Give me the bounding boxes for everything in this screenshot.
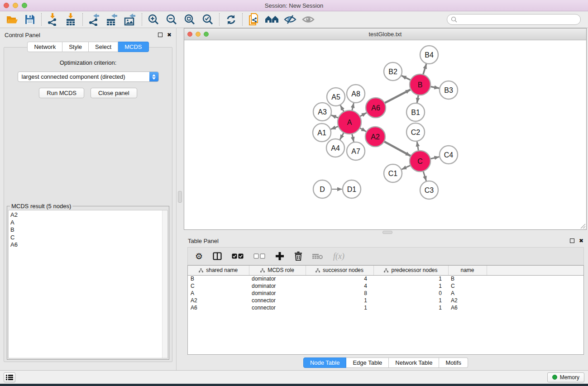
export-network-button[interactable]: [85, 12, 103, 27]
network-canvas[interactable]: AA1A2A3A4A5A6A7A8BB1B2B3B4CC1C2C3C4DD1: [184, 40, 586, 229]
table-cell[interactable]: B: [448, 275, 487, 282]
graph-edge-A-A4[interactable]: [340, 133, 344, 140]
tab-select[interactable]: Select: [89, 42, 118, 52]
optimization-criterion-select[interactable]: largest connected component (directed): [18, 71, 159, 82]
column-header-mcds-role[interactable]: MCDS role: [249, 266, 306, 275]
select-all-icon[interactable]: [232, 253, 244, 259]
run-mcds-button[interactable]: Run MCDS: [39, 88, 84, 98]
graph-node-D1[interactable]: D1: [343, 180, 361, 198]
open-session-button[interactable]: [3, 12, 21, 27]
graph-edge-C-C1[interactable]: [402, 165, 411, 169]
graph-node-A7[interactable]: A7: [347, 142, 365, 160]
table-cell[interactable]: connector: [249, 297, 306, 304]
graph-edge-B-B4[interactable]: [423, 64, 426, 75]
table-cell[interactable]: C: [188, 282, 249, 290]
table-cell[interactable]: B: [188, 275, 249, 282]
graph-node-C3[interactable]: C3: [420, 181, 438, 199]
search-input[interactable]: [459, 16, 577, 23]
table-cell[interactable]: A: [188, 290, 249, 297]
zoom-fit-button[interactable]: [181, 12, 199, 27]
table-cell[interactable]: A: [448, 290, 487, 297]
export-image-button[interactable]: [121, 12, 139, 27]
table-cell[interactable]: 0: [373, 290, 448, 297]
graph-node-A[interactable]: A: [338, 110, 361, 134]
zoom-selected-button[interactable]: [199, 12, 217, 27]
table-cell[interactable]: 1: [373, 304, 448, 311]
table-settings-button[interactable]: ⚙: [195, 252, 203, 261]
horizontal-splitter[interactable]: [183, 230, 588, 234]
table-cell[interactable]: 8: [306, 290, 373, 297]
graph-edge-A-A5[interactable]: [340, 105, 344, 112]
table-cell[interactable]: 1: [306, 297, 373, 304]
graph-edge-A-A3[interactable]: [331, 115, 339, 118]
table-cell[interactable]: connector: [249, 304, 306, 311]
table-cell[interactable]: A6: [448, 304, 487, 311]
graph-node-B4[interactable]: B4: [420, 46, 438, 64]
float-panel-icon[interactable]: [158, 33, 163, 37]
tab-edge-table[interactable]: Edge Table: [346, 357, 389, 368]
graph-node-A3[interactable]: A3: [313, 103, 331, 121]
column-header-name[interactable]: name: [448, 266, 487, 275]
deselect-all-icon[interactable]: [253, 253, 265, 259]
graph-edge-B-B2[interactable]: [402, 76, 411, 80]
graph-node-B1[interactable]: B1: [406, 103, 425, 121]
table-cell[interactable]: C: [448, 282, 487, 290]
close-panel-icon[interactable]: ✖: [579, 238, 583, 243]
table-cell[interactable]: A6: [188, 304, 249, 311]
show-panels-button[interactable]: [299, 12, 317, 27]
tab-network[interactable]: Network: [27, 42, 62, 52]
tab-style[interactable]: Style: [62, 42, 89, 52]
graph-edge-A-A1[interactable]: [331, 126, 339, 129]
splitter-handle[interactable]: [382, 231, 392, 234]
save-session-button[interactable]: [21, 12, 39, 27]
table-row[interactable]: A6connector11A6: [188, 304, 583, 311]
graph-node-C1[interactable]: C1: [384, 164, 402, 182]
table-cell[interactable]: 4: [306, 275, 373, 282]
zoom-out-button[interactable]: [163, 12, 181, 27]
resize-grip-icon[interactable]: [579, 223, 586, 229]
table-cell[interactable]: A2: [188, 297, 249, 304]
table-row[interactable]: Cdominator41C: [188, 282, 583, 290]
table-row[interactable]: Bdominator41B: [188, 275, 583, 282]
table-cell[interactable]: dominator: [249, 282, 306, 290]
add-column-icon[interactable]: [275, 252, 284, 261]
columns-icon[interactable]: [213, 252, 222, 260]
graph-node-D[interactable]: D: [313, 180, 331, 198]
result-item[interactable]: C: [10, 234, 167, 242]
graph-edge-B-B1[interactable]: [417, 95, 418, 103]
graph-edge-C-C2[interactable]: [417, 142, 418, 151]
tab-network-table[interactable]: Network Table: [389, 357, 439, 368]
graph-edge-A-A8[interactable]: [352, 103, 354, 110]
table-cell[interactable]: 1: [373, 282, 448, 290]
table-cell[interactable]: dominator: [249, 275, 306, 282]
task-history-button[interactable]: [4, 372, 15, 382]
graph-edge-C-C3[interactable]: [423, 171, 426, 181]
graph-edge-A-A6[interactable]: [360, 113, 367, 116]
apply-layout-button[interactable]: [222, 12, 240, 27]
graph-node-C[interactable]: C: [410, 151, 430, 172]
graph-edge-A-A2[interactable]: [360, 128, 366, 132]
table-cell[interactable]: dominator: [249, 290, 306, 297]
column-header-successor-nodes[interactable]: successor nodes: [306, 266, 373, 275]
function-builder-button[interactable]: f(x): [333, 252, 344, 261]
table-cell[interactable]: 1: [373, 297, 448, 304]
graph-edge-C-C4[interactable]: [430, 157, 439, 159]
result-item[interactable]: A2: [10, 211, 167, 219]
export-table-button[interactable]: [103, 12, 121, 27]
import-table-button[interactable]: [62, 12, 80, 27]
graph-node-A1[interactable]: A1: [313, 124, 331, 142]
zoom-in-button[interactable]: [144, 12, 163, 27]
close-panel-button[interactable]: Close panel: [91, 88, 137, 98]
mcds-result-list[interactable]: A2ABCA6: [8, 210, 168, 358]
tab-mcds[interactable]: MCDS: [118, 42, 148, 52]
result-item[interactable]: B: [10, 226, 167, 234]
column-header-predecessor-nodes[interactable]: predecessor nodes: [373, 266, 448, 275]
graph-node-A2[interactable]: A2: [365, 127, 385, 147]
clone-network-button[interactable]: [245, 12, 263, 27]
delete-table-icon[interactable]: [312, 253, 323, 260]
toolbar-search[interactable]: [447, 14, 581, 25]
delete-column-icon[interactable]: [294, 252, 302, 261]
column-header-shared-name[interactable]: shared name: [188, 266, 249, 275]
table-cell[interactable]: 1: [373, 275, 448, 282]
graph-node-C4[interactable]: C4: [440, 146, 458, 164]
